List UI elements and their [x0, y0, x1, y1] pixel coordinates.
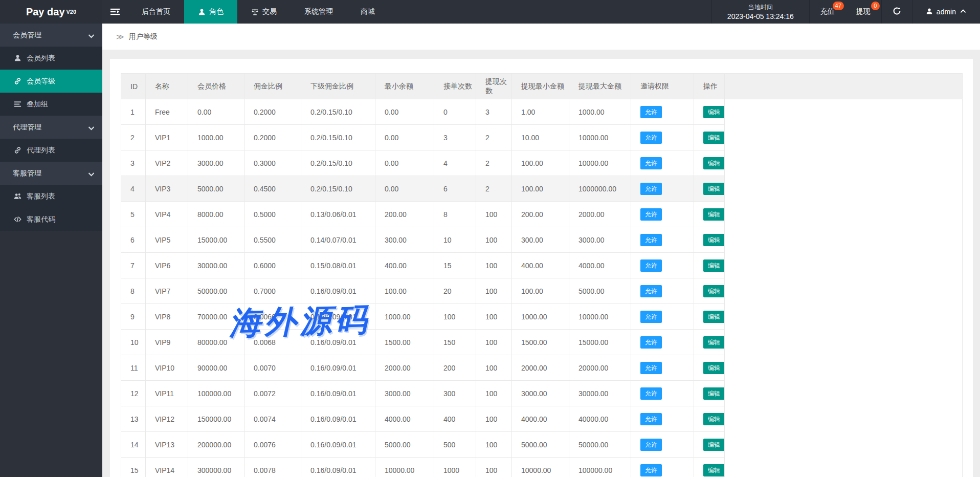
cell-min-balance: 0.00: [375, 99, 434, 125]
menu-item-2[interactable]: 角色: [184, 0, 237, 24]
chevron-down-icon: [87, 170, 94, 177]
menu-item-4[interactable]: 系统管理: [291, 0, 347, 24]
edit-button[interactable]: 编辑: [703, 285, 725, 297]
edit-button[interactable]: 编辑: [703, 413, 725, 425]
allow-button[interactable]: 允许: [640, 413, 662, 425]
allow-button[interactable]: 允许: [640, 132, 662, 144]
cell-name: VIP9: [146, 330, 188, 355]
edit-button[interactable]: 编辑: [703, 259, 725, 272]
menu-item-3[interactable]: 交易: [237, 0, 291, 24]
allow-button[interactable]: 允许: [640, 439, 662, 451]
table-row: 1Free0.000.20000.2/0.15/0.100.00031.0010…: [121, 99, 963, 125]
cell-invite: 允许: [631, 304, 694, 330]
edit-button[interactable]: 编辑: [703, 387, 725, 400]
sidebar-item-8[interactable]: 客服列表: [0, 185, 102, 208]
allow-button[interactable]: 允许: [640, 362, 662, 374]
allow-button[interactable]: 允许: [640, 387, 662, 400]
edit-button[interactable]: 编辑: [703, 336, 725, 349]
menu-item-1[interactable]: 后台首页: [128, 0, 184, 24]
cell-withdraw-count: 100: [476, 432, 512, 458]
cell-withdraw-min: 10000.00: [512, 458, 569, 477]
cell-invite: 允许: [631, 458, 694, 477]
breadcrumb: ≫ 用户等级: [102, 24, 980, 50]
cell-withdraw-count: 100: [476, 304, 512, 330]
code-icon: [14, 215, 21, 223]
cell-action: 编辑: [694, 150, 725, 176]
withdraw-button[interactable]: 提现 0: [845, 0, 881, 24]
column-header-action: 操作: [694, 74, 725, 99]
user-menu[interactable]: admin: [912, 0, 980, 24]
cell-withdraw-max: 10000.00: [569, 125, 631, 150]
caret-up-icon: [960, 8, 967, 16]
sidebar-item-label: 客服管理: [13, 169, 41, 178]
cell-filler: [725, 381, 963, 406]
cell-order-count: 500: [434, 432, 476, 458]
cell-price: 100000.00: [188, 381, 244, 406]
cell-min-balance: 10000.00: [375, 458, 434, 477]
edit-button[interactable]: 编辑: [703, 183, 725, 195]
cell-invite: 允许: [631, 330, 694, 355]
column-header-filler: [725, 74, 963, 99]
column-header-min-balance: 最小余额: [375, 74, 434, 99]
edit-button[interactable]: 编辑: [703, 157, 725, 169]
cell-sub-commission: 0.2/0.15/0.10: [301, 125, 375, 150]
chevron-down-icon: [87, 32, 94, 38]
cell-withdraw-max: 40000.00: [569, 406, 631, 432]
collapse-menu-icon[interactable]: [102, 0, 128, 24]
sidebar-item-9[interactable]: 客服代码: [0, 208, 102, 231]
sidebar-item-1[interactable]: 会员管理: [0, 24, 102, 47]
cell-withdraw-max: 4000.00: [569, 253, 631, 278]
cell-id: 10: [121, 330, 146, 355]
edit-button[interactable]: 编辑: [703, 311, 725, 323]
sidebar-item-6[interactable]: 代理列表: [0, 139, 102, 162]
allow-button[interactable]: 允许: [640, 259, 662, 272]
recharge-label: 充值: [820, 7, 835, 16]
sidebar-item-4[interactable]: 叠加组: [0, 93, 102, 116]
cell-commission: 0.0068: [244, 330, 301, 355]
allow-button[interactable]: 允许: [640, 183, 662, 195]
cell-order-count: 150: [434, 330, 476, 355]
cell-action: 编辑: [694, 355, 725, 381]
edit-button[interactable]: 编辑: [703, 439, 725, 451]
sidebar-item-3[interactable]: 会员等级: [0, 70, 102, 93]
cell-action: 编辑: [694, 253, 725, 278]
allow-button[interactable]: 允许: [640, 336, 662, 349]
edit-button[interactable]: 编辑: [703, 362, 725, 374]
cell-name: VIP6: [146, 253, 188, 278]
sidebar-item-7[interactable]: 客服管理: [0, 162, 102, 185]
allow-button[interactable]: 允许: [640, 464, 662, 476]
edit-button[interactable]: 编辑: [703, 208, 725, 221]
edit-button[interactable]: 编辑: [703, 132, 725, 144]
sidebar-item-2[interactable]: 会员列表: [0, 47, 102, 70]
allow-button[interactable]: 允许: [640, 208, 662, 221]
edit-button[interactable]: 编辑: [703, 106, 725, 118]
cell-sub-commission: 0.16/0.09/0.01: [301, 355, 375, 381]
recharge-button[interactable]: 充值 47: [810, 0, 845, 24]
sidebar-item-label: 叠加组: [27, 100, 48, 109]
cell-action: 编辑: [694, 304, 725, 330]
allow-button[interactable]: 允许: [640, 106, 662, 118]
column-header-sub-commission: 下级佣金比例: [301, 74, 375, 99]
chevron-down-icon: [87, 124, 94, 131]
cell-id: 13: [121, 406, 146, 432]
allow-button[interactable]: 允许: [640, 157, 662, 169]
sidebar-item-5[interactable]: 代理管理: [0, 116, 102, 139]
cell-min-balance: 200.00: [375, 202, 434, 227]
cell-withdraw-min: 4000.00: [512, 406, 569, 432]
cell-withdraw-count: 2: [476, 176, 512, 202]
allow-button[interactable]: 允许: [640, 311, 662, 323]
cell-min-balance: 1000.00: [375, 304, 434, 330]
cell-min-balance: 4000.00: [375, 406, 434, 432]
cell-commission: 0.2000: [244, 99, 301, 125]
cell-id: 8: [121, 278, 146, 304]
menu-item-5[interactable]: 商城: [347, 0, 389, 24]
cell-withdraw-max: 1000000.00: [569, 176, 631, 202]
allow-button[interactable]: 允许: [640, 285, 662, 297]
cell-commission: 0.7000: [244, 278, 301, 304]
cell-filler: [725, 355, 963, 381]
edit-button[interactable]: 编辑: [703, 234, 725, 246]
allow-button[interactable]: 允许: [640, 234, 662, 246]
edit-button[interactable]: 编辑: [703, 464, 725, 476]
column-header-withdraw-max: 提现最大金额: [569, 74, 631, 99]
refresh-button[interactable]: [881, 0, 912, 24]
